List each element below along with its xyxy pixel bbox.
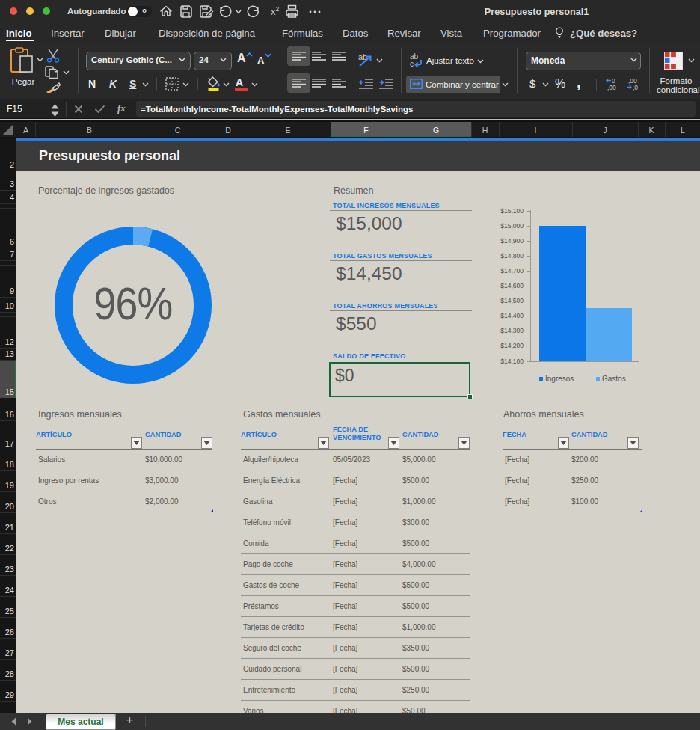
- svg-text:c: c: [410, 60, 414, 68]
- svg-text:,0: ,0: [633, 84, 638, 91]
- svg-text:,00: ,00: [607, 84, 616, 91]
